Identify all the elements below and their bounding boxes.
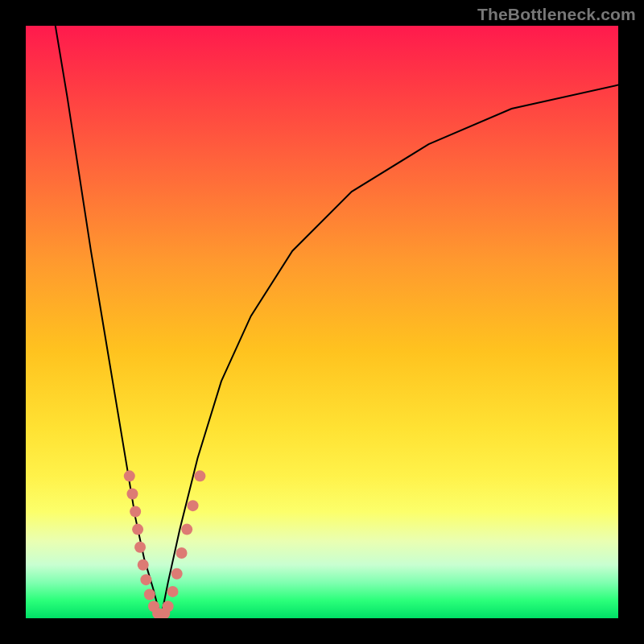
marker-dot: [171, 568, 183, 580]
marker-dot: [163, 601, 174, 612]
marker-dot: [167, 586, 179, 597]
marker-dot: [126, 488, 138, 499]
marker-dot: [194, 470, 205, 481]
marker-dot: [124, 470, 135, 481]
marker-dot: [188, 500, 199, 511]
marker-dot: [144, 589, 155, 601]
plot-area: [26, 26, 618, 618]
marker-dot: [181, 524, 192, 535]
marker-dot: [134, 542, 146, 553]
outer-frame: TheBottleneck.com: [0, 0, 644, 644]
marker-dot: [140, 574, 151, 585]
marker-dot: [132, 524, 143, 535]
watermark-text: TheBottleneck.com: [477, 5, 636, 24]
chart-svg: [26, 26, 618, 618]
marker-dot: [130, 506, 141, 518]
marker-dot: [176, 547, 188, 559]
marker-dot: [138, 559, 149, 571]
